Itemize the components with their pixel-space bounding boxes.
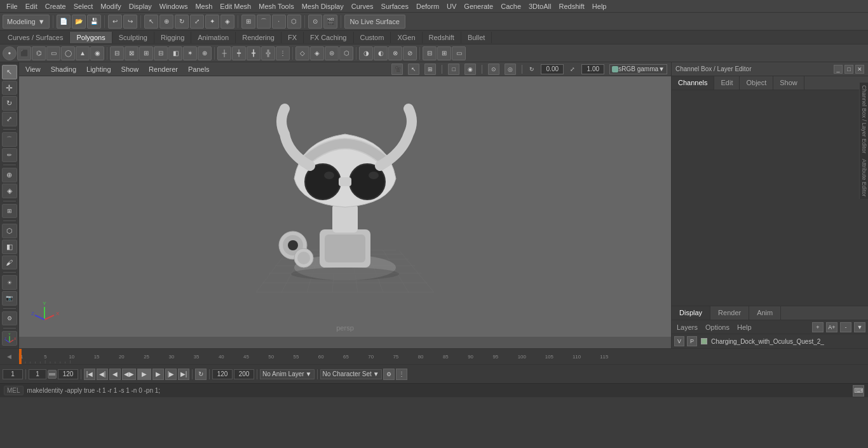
undo-btn[interactable]: ↩ <box>108 15 122 29</box>
script-type-tag[interactable]: MEL <box>4 386 24 395</box>
tab-sculpting[interactable]: Sculpting <box>112 32 154 43</box>
history-btn[interactable]: ⊙ <box>308 15 322 29</box>
menu-edit-mesh[interactable]: Edit Mesh <box>216 1 255 11</box>
save-file-btn[interactable]: 💾 <box>87 15 101 29</box>
panel-close-btn[interactable]: ✕ <box>855 65 864 74</box>
separate-btn[interactable]: ◐ <box>374 46 388 60</box>
scale-input[interactable] <box>581 64 604 74</box>
frame-range-end-input[interactable] <box>58 369 78 379</box>
region-cut-btn[interactable]: ⬡ <box>2 224 17 238</box>
ch-tab-edit[interactable]: Edit <box>714 76 740 90</box>
loop-btn[interactable]: ↻ <box>195 369 207 380</box>
tab-polygons[interactable]: Polygons <box>70 32 112 43</box>
bevel-btn[interactable]: ◇ <box>295 46 309 60</box>
poly-sphere-btn[interactable]: ● <box>3 46 17 60</box>
select-tool-btn[interactable]: ↖ <box>2 65 17 79</box>
char-set-dropdown[interactable]: No Character Set ▼ <box>320 369 382 379</box>
detach-btn[interactable]: ╬ <box>261 46 275 60</box>
current-frame-input[interactable] <box>3 369 23 379</box>
layer-visibility-btn[interactable]: V <box>674 336 684 346</box>
tab-fx-caching[interactable]: FX Caching <box>304 32 353 43</box>
poly-torus-btn[interactable]: ◯ <box>61 46 75 60</box>
menu-mesh-tools[interactable]: Mesh Tools <box>255 1 297 11</box>
dp-tab-anim[interactable]: Anim <box>749 306 781 320</box>
menu-file[interactable]: File <box>3 1 22 11</box>
connect-btn[interactable]: ╋ <box>247 46 261 60</box>
color-space-dropdown[interactable]: sRGB gamma ▼ <box>609 64 667 74</box>
menu-surfaces[interactable]: Surfaces <box>377 1 412 11</box>
opt-options[interactable]: Options <box>703 322 732 332</box>
insert-loop-btn[interactable]: ┼ <box>217 46 231 60</box>
menu-select[interactable]: Select <box>70 1 97 11</box>
menu-create[interactable]: Create <box>41 1 70 11</box>
move-tool-btn[interactable]: ✛ <box>2 81 17 95</box>
vp-x-ray-btn[interactable]: ⊙ <box>488 64 499 75</box>
render-btn[interactable]: 🎬 <box>323 15 337 29</box>
menu-cache[interactable]: Cache <box>497 1 525 11</box>
live-surface-btn[interactable]: No Live Surface <box>344 15 405 29</box>
poly-cylinder-btn[interactable]: ⌬ <box>32 46 46 60</box>
snap-curve-btn[interactable]: ⌒ <box>257 15 271 29</box>
vp-wireframe-btn[interactable]: □ <box>448 64 459 75</box>
dp-tab-display[interactable]: Display <box>672 306 710 320</box>
layout-btn[interactable]: ⊞ <box>437 46 451 60</box>
extrude-btn[interactable]: ⊟ <box>110 46 124 60</box>
fill-hole-btn[interactable]: ⊟ <box>154 46 168 60</box>
menu-uv[interactable]: UV <box>443 1 460 11</box>
vp-menu-lighting[interactable]: Lighting <box>84 64 114 74</box>
play-fwd-btn[interactable]: ▶ <box>137 369 151 380</box>
layers-add-anim-btn[interactable]: A+ <box>826 322 837 332</box>
offset-loop-btn[interactable]: ┿ <box>232 46 246 60</box>
poly-cone-btn[interactable]: ▲ <box>76 46 90 60</box>
planar-btn[interactable]: ▭ <box>452 46 466 60</box>
display-settings-btn[interactable]: ⚙ <box>2 311 17 326</box>
menu-help[interactable]: Help <box>588 1 611 11</box>
frame-range-start-input[interactable] <box>29 369 46 379</box>
vp-smooth-btn[interactable]: ◉ <box>465 64 476 75</box>
rotate-btn[interactable]: ↻ <box>175 15 189 29</box>
panel-minimize-btn[interactable]: _ <box>834 65 843 74</box>
menu-mesh[interactable]: Mesh <box>191 1 216 11</box>
layer-playback-btn[interactable]: P <box>687 336 697 346</box>
prev-key-btn[interactable]: ◀| <box>97 369 108 380</box>
poly-disk-btn[interactable]: ◉ <box>90 46 104 60</box>
vp-menu-shading[interactable]: Shading <box>48 64 79 74</box>
play-back-btn[interactable]: ◀▶ <box>122 369 136 380</box>
wedge-btn[interactable]: ◧ <box>168 46 182 60</box>
vp-menu-show[interactable]: Show <box>119 64 142 74</box>
playback-end-input[interactable] <box>212 369 233 379</box>
next-frame-btn[interactable]: ▶ <box>153 369 164 380</box>
menu-modify[interactable]: Modify <box>97 1 125 11</box>
keyboard-icon[interactable]: ⌨ <box>853 385 864 397</box>
open-file-btn[interactable]: 📂 <box>72 15 86 29</box>
ch-tab-show[interactable]: Show <box>773 76 804 90</box>
menu-mesh-display[interactable]: Mesh Display <box>298 1 348 11</box>
crease-btn[interactable]: ◧ <box>2 240 17 254</box>
prev-frame-btn[interactable]: ◀ <box>109 369 121 380</box>
boolean-btn[interactable]: ⊗ <box>388 46 402 60</box>
combine-btn[interactable]: ◑ <box>359 46 373 60</box>
char-set-settings-btn[interactable]: ⚙ <box>383 369 395 380</box>
unfold-btn[interactable]: ⊟ <box>423 46 437 60</box>
redo-btn[interactable]: ↪ <box>123 15 137 29</box>
vp-select-btn[interactable]: ↖ <box>408 64 419 75</box>
tab-animation[interactable]: Animation <box>191 32 236 43</box>
go-to-start-btn[interactable]: |◀ <box>84 369 95 380</box>
show-manip-btn[interactable]: ⊞ <box>2 204 17 219</box>
opt-layers[interactable]: Layers <box>674 322 700 332</box>
snap-surface-btn[interactable]: ⬡ <box>287 15 301 29</box>
tab-redshift[interactable]: Redshift <box>423 32 461 43</box>
chamfer-btn[interactable]: ◈ <box>310 46 324 60</box>
vp-isolate-btn[interactable]: ◎ <box>505 64 516 75</box>
rotate-tool-btn[interactable]: ↻ <box>2 96 17 111</box>
snap-together-btn[interactable]: ⊕ <box>2 168 17 182</box>
viewport-canvas[interactable]: persp Y X Z <box>19 76 671 337</box>
vp-grid-btn[interactable]: ⊞ <box>424 64 436 75</box>
tab-custom[interactable]: Custom <box>354 32 391 43</box>
next-key-btn[interactable]: |▶ <box>165 369 177 380</box>
tab-rendering[interactable]: Rendering <box>236 32 281 43</box>
poly-plane-btn[interactable]: ▭ <box>46 46 60 60</box>
tab-bullet[interactable]: Bullet <box>461 32 492 43</box>
soft-select-btn[interactable]: ◈ <box>2 184 17 198</box>
menu-edit[interactable]: Edit <box>22 1 41 11</box>
